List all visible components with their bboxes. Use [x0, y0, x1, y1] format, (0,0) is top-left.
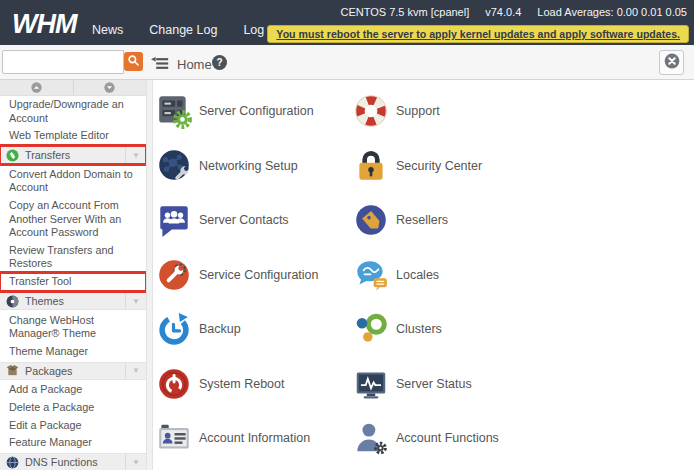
sidebar-section-label: Packages	[25, 365, 72, 377]
sidebar-item-feature-manager[interactable]: Feature Manager	[0, 434, 146, 452]
sidebar-item-delete-a-package[interactable]: Delete a Package	[0, 399, 146, 417]
feature-group-resellers[interactable]: Resellers	[351, 193, 694, 248]
feature-group-label: Networking Setup	[199, 159, 298, 173]
top-nav-link-change-log[interactable]: Change Log	[149, 23, 217, 37]
backup-icon	[155, 310, 193, 348]
account-functions-icon	[352, 419, 390, 457]
feature-group-system-reboot[interactable]: System Reboot	[154, 357, 351, 412]
themes-icon	[6, 295, 19, 308]
dns-functions-icon	[6, 456, 19, 469]
sidebar-menu: Upgrade/Downgrade an AccountWeb Template…	[0, 96, 146, 470]
sidebar-section-packages[interactable]: Packages▼	[0, 362, 146, 380]
sidebar-scroll-up-button[interactable]	[0, 80, 74, 95]
whm-logo[interactable]: WHM	[12, 9, 76, 39]
feature-group-label: Server Configuration	[199, 104, 314, 118]
locales-icon	[352, 256, 390, 294]
chevron-down-icon[interactable]: ▼	[125, 147, 146, 163]
support-icon	[352, 92, 390, 130]
system-reboot-icon	[155, 365, 193, 403]
service-configuration-icon	[155, 256, 193, 294]
feature-group-account-information[interactable]: Account Information	[154, 411, 351, 466]
feature-group-service-configuration[interactable]: Service Configuration	[154, 248, 351, 303]
sidebar-scroll-down-button[interactable]	[74, 80, 147, 95]
load-averages: Load Averages: 0.00 0.01 0.05	[537, 6, 687, 18]
search-button[interactable]	[124, 52, 143, 71]
server-status-icon	[352, 365, 390, 403]
server-configuration-icon	[155, 92, 193, 130]
sidebar-section-dns-functions[interactable]: DNS Functions▼	[0, 453, 146, 470]
feature-group-label: System Reboot	[199, 377, 284, 391]
feature-group-label: Support	[396, 104, 440, 118]
sidebar-item-add-a-package[interactable]: Add a Package	[0, 381, 146, 399]
feature-group-networking-setup[interactable]: Networking Setup	[154, 139, 351, 194]
chevron-down-icon[interactable]: ▼	[125, 454, 146, 470]
transfers-icon	[6, 149, 19, 162]
help-icon[interactable]: ?	[212, 55, 227, 70]
reboot-alert-banner[interactable]: You must reboot the server to apply kern…	[267, 25, 689, 43]
sidebar-section-transfers[interactable]: Transfers▼	[0, 146, 146, 164]
system-info: CENTOS 7.5 kvm [cpanel] v74.0.4 Load Ave…	[340, 6, 687, 18]
feature-group-label: Server Status	[396, 377, 472, 391]
sidebar-item-review-transfers-and-restores[interactable]: Review Transfers and Restores	[0, 242, 146, 273]
arrow-up-icon	[31, 80, 42, 97]
feature-group-server-status[interactable]: Server Status	[351, 357, 694, 412]
breadcrumb[interactable]: Home	[177, 57, 212, 72]
sidebar-section-themes[interactable]: Themes▼	[0, 292, 146, 310]
close-icon	[664, 53, 680, 72]
feature-group-label: Clusters	[396, 322, 442, 336]
sidebar-section-label: Transfers	[25, 149, 70, 161]
feature-group-label: Resellers	[396, 213, 448, 227]
feature-group-label: Locales	[396, 268, 439, 282]
clusters-icon	[352, 310, 390, 348]
chevron-down-icon[interactable]: ▼	[125, 363, 146, 379]
sidebar-section-label: DNS Functions	[25, 456, 98, 468]
feature-group-support[interactable]: Support	[351, 84, 694, 139]
sidebar-scrollbar[interactable]	[146, 80, 153, 470]
sidebar-item-transfer-tool[interactable]: Transfer Tool	[0, 273, 146, 291]
feature-group-label: Security Center	[396, 159, 482, 173]
chevron-down-icon[interactable]: ▼	[125, 293, 146, 309]
top-bar: WHM NewsChange LogLog Out (root) CENTOS …	[0, 0, 694, 45]
sidebar-section-label: Themes	[25, 295, 64, 307]
server-contacts-icon	[155, 201, 193, 239]
feature-group-backup[interactable]: Backup	[154, 302, 351, 357]
sidebar-scroll-buttons	[0, 80, 146, 96]
sidebar-item-web-template-editor[interactable]: Web Template Editor	[0, 127, 146, 145]
feature-group-server-contacts[interactable]: Server Contacts	[154, 193, 351, 248]
search-input[interactable]	[2, 50, 124, 74]
sidebar-item-upgrade-downgrade-an-account[interactable]: Upgrade/Downgrade an Account	[0, 96, 146, 127]
sidebar-item-edit-a-package[interactable]: Edit a Package	[0, 417, 146, 435]
feature-group-security-center[interactable]: Security Center	[351, 139, 694, 194]
feature-group-label: Service Configuration	[199, 268, 319, 282]
resellers-icon	[352, 201, 390, 239]
feature-group-label: Server Contacts	[199, 213, 289, 227]
feature-group-label: Account Information	[199, 431, 310, 445]
toolbar: Home ?	[0, 45, 694, 80]
packages-icon	[6, 364, 19, 377]
sidebar-item-change-webhost-manager-theme[interactable]: Change WebHost Manager® Theme	[0, 312, 146, 343]
collapse-menu-icon[interactable]	[151, 56, 169, 69]
feature-group-locales[interactable]: Locales	[351, 248, 694, 303]
feature-group-label: Backup	[199, 322, 241, 336]
feature-group-clusters[interactable]: Clusters	[351, 302, 694, 357]
sidebar: Upgrade/Downgrade an AccountWeb Template…	[0, 80, 146, 470]
sidebar-item-convert-addon-domain-to-account[interactable]: Convert Addon Domain to Account	[0, 166, 146, 197]
account-information-icon	[155, 419, 193, 457]
feature-group-grid: Server ConfigurationSupportNetworking Se…	[154, 80, 694, 466]
sidebar-item-copy-an-account-from-another-server-with-an-account-password[interactable]: Copy an Account From Another Server With…	[0, 197, 146, 242]
version-label: v74.0.4	[485, 6, 521, 18]
close-button[interactable]	[659, 50, 684, 75]
main-content: Server ConfigurationSupportNetworking Se…	[154, 80, 694, 470]
networking-setup-icon	[155, 147, 193, 185]
sidebar-item-theme-manager[interactable]: Theme Manager	[0, 343, 146, 361]
search-icon	[127, 54, 140, 70]
security-center-icon	[352, 147, 390, 185]
arrow-down-icon	[104, 80, 115, 97]
os-label: CENTOS 7.5 kvm [cpanel]	[340, 6, 469, 18]
feature-group-server-configuration[interactable]: Server Configuration	[154, 84, 351, 139]
feature-group-account-functions[interactable]: Account Functions	[351, 411, 694, 466]
whm-window: WHM NewsChange LogLog Out (root) CENTOS …	[0, 0, 694, 470]
top-nav-link-news[interactable]: News	[92, 23, 123, 37]
feature-group-label: Account Functions	[396, 431, 499, 445]
